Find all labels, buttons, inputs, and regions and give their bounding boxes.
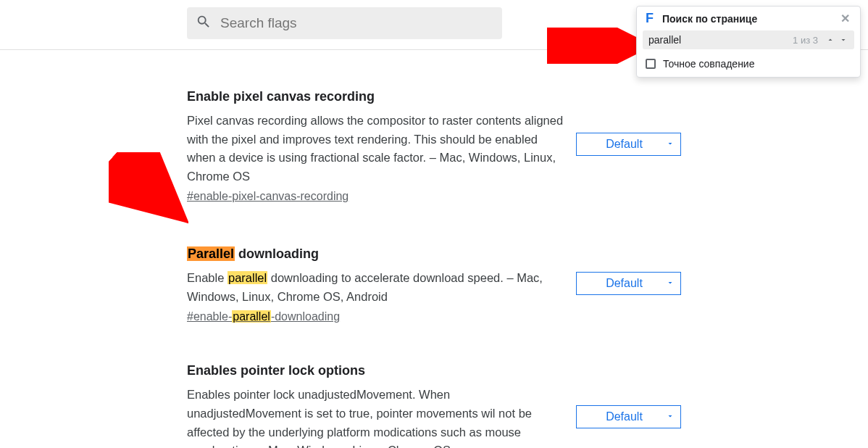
flag-description: Enables pointer lock unadjustedMovement.… — [187, 386, 564, 448]
flag-hash-link[interactable]: #enable-parallel-downloading — [187, 310, 340, 323]
checkbox-icon[interactable] — [646, 59, 656, 69]
flag-description: Pixel canvas recording allows the compos… — [187, 112, 564, 186]
find-input[interactable] — [647, 33, 793, 46]
find-match-count: 1 из 3 — [793, 35, 818, 46]
find-in-page-panel: F Поиск по странице ✕ 1 из 3 Точное совп… — [636, 6, 861, 78]
search-icon — [196, 14, 219, 33]
search-highlight: parallel — [228, 271, 267, 284]
flags-list: Enable pixel canvas recording Pixel canv… — [0, 50, 681, 448]
search-highlight-current: Parallel — [187, 246, 235, 261]
find-next-button[interactable] — [837, 33, 850, 46]
flag-item: Enable pixel canvas recording Pixel canv… — [187, 89, 681, 203]
flag-dropdown-value: Default — [583, 410, 666, 423]
find-tab-icon: F — [646, 11, 654, 26]
flag-item: Parallel downloading Enable parallel dow… — [187, 246, 681, 323]
flag-title: Parallel downloading — [187, 246, 681, 262]
flag-title: Enables pointer lock options — [187, 363, 681, 378]
flag-item: Enables pointer lock options Enables poi… — [187, 363, 681, 448]
chevron-down-icon — [666, 138, 675, 151]
find-input-row: 1 из 3 — [643, 30, 854, 49]
find-title: Поиск по странице — [662, 13, 838, 25]
close-icon[interactable]: ✕ — [838, 12, 853, 25]
search-flags-input[interactable] — [219, 14, 493, 32]
search-flags-box[interactable] — [187, 7, 502, 39]
flag-dropdown-value: Default — [583, 138, 666, 151]
search-highlight: parallel — [232, 310, 271, 323]
chevron-down-icon — [666, 410, 675, 423]
flag-dropdown-value: Default — [583, 277, 666, 290]
find-exact-match-option[interactable]: Точное совпадение — [637, 54, 860, 77]
flag-hash-link[interactable]: #enable-pixel-canvas-recording — [187, 190, 349, 203]
flag-description: Enable parallel downloading to accelerat… — [187, 269, 564, 306]
find-prev-button[interactable] — [824, 33, 837, 46]
flag-title: Enable pixel canvas recording — [187, 89, 681, 104]
flag-dropdown[interactable]: Default — [576, 405, 681, 428]
chevron-down-icon — [666, 277, 675, 290]
flag-dropdown[interactable]: Default — [576, 133, 681, 156]
flag-dropdown[interactable]: Default — [576, 272, 681, 295]
find-exact-match-label: Точное совпадение — [663, 58, 754, 70]
find-header: F Поиск по странице ✕ — [637, 7, 860, 30]
